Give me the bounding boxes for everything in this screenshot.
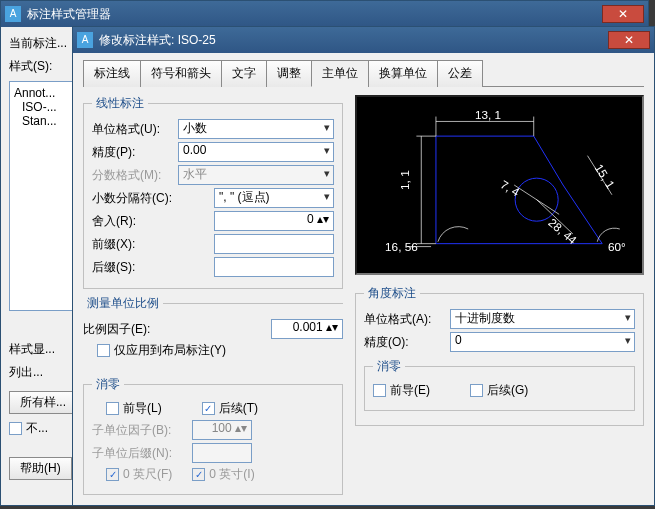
zero-suppression-linear: 消零 前导(L) 后续(T) 子单位因子(B):100 ▴▾ 子单位后缀(N):… [83,376,343,495]
decimal-sep-label: 小数分隔符(C): [92,190,178,207]
tab-arrows[interactable]: 符号和箭头 [140,60,222,87]
inch-label: 0 英寸(I) [209,466,254,483]
tab-fit[interactable]: 调整 [266,60,312,87]
angle-precision-select[interactable]: 0 [450,332,635,352]
app-icon: A [77,32,93,48]
scale-factor-label: 比例因子(E): [83,321,183,338]
decimal-sep-select[interactable]: ", " (逗点) [214,188,334,208]
svg-text:16, 56: 16, 56 [385,240,418,253]
leading-label: 前导(L) [123,400,162,417]
sub-factor-label: 子单位因子(B): [92,422,192,439]
angle-leading-label: 前导(E) [390,382,430,399]
unit-format-select[interactable]: 小数 [178,119,334,139]
tab-primary-units[interactable]: 主单位 [311,60,369,87]
fraction-label: 分数格式(M): [92,167,178,184]
angle-precision-label: 精度(O): [364,334,450,351]
round-input[interactable]: 0 ▴▾ [214,211,334,231]
tab-tolerance[interactable]: 公差 [437,60,483,87]
feet-checkbox [106,468,119,481]
scale-legend: 测量单位比例 [83,295,163,312]
layout-only-checkbox[interactable] [97,344,110,357]
zero-suppression-angular: 消零 前导(E) 后续(G) [364,358,635,411]
no-label: 不... [26,421,48,435]
unit-format-label: 单位格式(U): [92,121,178,138]
front-titlebar: A 修改标注样式: ISO-25 ✕ [73,27,654,53]
round-label: 舍入(R): [92,213,178,230]
svg-text:7, 4: 7, 4 [499,177,523,198]
scale-group: 测量单位比例 比例因子(E):0.001 ▴▾ 仅应用到布局标注(Y) [83,295,343,370]
svg-text:28, 44: 28, 44 [546,216,580,247]
suffix-input[interactable] [214,257,334,277]
back-titlebar: A 标注样式管理器 ✕ [1,1,648,27]
close-icon[interactable]: ✕ [608,31,650,49]
leading-checkbox[interactable] [106,402,119,415]
angle-group: 角度标注 单位格式(A):十进制度数 精度(O):0 消零 前导(E) 后续(G… [355,285,644,426]
back-title: 标注样式管理器 [27,6,602,23]
tab-dimlines[interactable]: 标注线 [83,60,141,87]
prefix-input[interactable] [214,234,334,254]
preview-pane: 13, 1 1, 1 7, 4 28, 44 16, 56 60° 15, 1 [355,95,644,275]
app-icon: A [5,6,21,22]
zero-a-legend: 消零 [373,358,405,375]
svg-text:60°: 60° [608,240,626,253]
tab-alt-units[interactable]: 换算单位 [368,60,438,87]
angle-legend: 角度标注 [364,285,420,302]
linear-legend: 线性标注 [92,95,148,112]
angle-leading-checkbox[interactable] [373,384,386,397]
precision-label: 精度(P): [92,144,178,161]
sub-suffix-input [192,443,252,463]
precision-select[interactable]: 0.00 [178,142,334,162]
tab-text[interactable]: 文字 [221,60,267,87]
suffix-label: 后缀(S): [92,259,178,276]
layout-only-label: 仅应用到布局标注(Y) [114,342,226,359]
angle-trailing-label: 后续(G) [487,382,528,399]
front-title: 修改标注样式: ISO-25 [99,32,608,49]
checkbox[interactable] [9,422,22,435]
svg-text:13, 1: 13, 1 [475,108,501,121]
svg-text:1, 1: 1, 1 [398,170,411,190]
dialog-buttons: 确定 取消 [83,501,644,509]
tab-strip: 标注线 符号和箭头 文字 调整 主单位 换算单位 公差 [83,59,644,87]
fraction-select: 水平 [178,165,334,185]
angle-format-select[interactable]: 十进制度数 [450,309,635,329]
sub-suffix-label: 子单位后缀(N): [92,445,192,462]
all-styles-button[interactable]: 所有样... [9,391,77,414]
zero-l-legend: 消零 [92,376,124,393]
linear-group: 线性标注 单位格式(U):小数 精度(P):0.00 分数格式(M):水平 小数… [83,95,343,289]
prefix-label: 前缀(X): [92,236,178,253]
feet-label: 0 英尺(F) [123,466,172,483]
angle-format-label: 单位格式(A): [364,311,450,328]
help-button[interactable]: 帮助(H) [9,457,72,480]
close-icon[interactable]: ✕ [602,5,644,23]
svg-text:15, 1: 15, 1 [593,162,618,191]
sub-factor-input: 100 ▴▾ [192,420,252,440]
angle-trailing-checkbox[interactable] [470,384,483,397]
scale-factor-input[interactable]: 0.001 ▴▾ [271,319,343,339]
inch-checkbox [192,468,205,481]
trailing-checkbox[interactable] [202,402,215,415]
trailing-label: 后续(T) [219,400,258,417]
